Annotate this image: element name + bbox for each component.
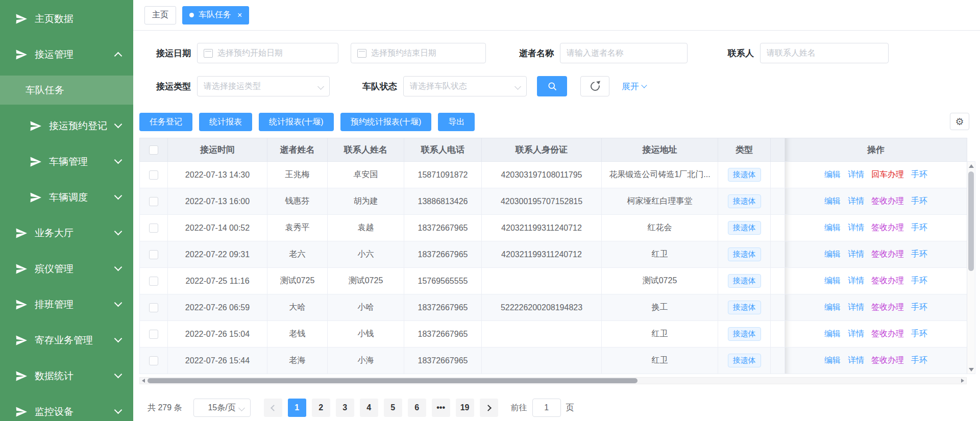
- vertical-scrollbar[interactable]: [967, 161, 975, 374]
- page-button[interactable]: 3: [336, 399, 354, 417]
- row-checkbox[interactable]: [149, 303, 158, 312]
- deceased-name-input[interactable]: [567, 48, 681, 58]
- tab-home-label: 主页: [152, 10, 168, 20]
- fleet-status-select[interactable]: 请选择车队状态: [403, 76, 527, 96]
- action-link-purple[interactable]: 签收办理: [871, 276, 904, 285]
- sidebar-item-active[interactable]: 车队任务: [0, 76, 133, 105]
- action-link-purple[interactable]: 签收办理: [871, 223, 904, 232]
- action-link-blue[interactable]: 编辑: [824, 329, 841, 338]
- action-link-blue[interactable]: 详情: [848, 250, 864, 258]
- deceased-name-field[interactable]: [560, 43, 688, 63]
- action-link-blue[interactable]: 详情: [848, 356, 864, 364]
- row-checkbox[interactable]: [149, 170, 158, 180]
- action-link-purple[interactable]: 签收办理: [871, 196, 904, 205]
- action-link-blue[interactable]: 手环: [911, 196, 927, 205]
- vertical-scrollbar-thumb[interactable]: [968, 171, 974, 271]
- action-link-red[interactable]: 回车办理: [871, 170, 904, 179]
- action-link-blue[interactable]: 手环: [911, 329, 927, 338]
- toolbar-button[interactable]: 任务登记: [139, 113, 192, 131]
- sidebar-item[interactable]: 车辆管理: [0, 147, 133, 176]
- action-link-blue[interactable]: 详情: [848, 223, 864, 232]
- cell-operation: 编辑详情签收办理手环: [785, 268, 967, 294]
- action-link-blue[interactable]: 详情: [848, 196, 864, 205]
- date-start-input[interactable]: [217, 48, 332, 58]
- page-ellipsis[interactable]: •••: [432, 399, 450, 417]
- sidebar-item[interactable]: 接运预约登记: [0, 111, 133, 140]
- action-link-blue[interactable]: 手环: [911, 276, 927, 285]
- page-button[interactable]: 19: [456, 399, 474, 417]
- action-link-blue[interactable]: 编辑: [824, 303, 841, 311]
- row-checkbox[interactable]: [149, 250, 158, 259]
- close-icon[interactable]: ×: [237, 11, 242, 19]
- action-link-blue[interactable]: 编辑: [824, 356, 841, 364]
- toolbar-button[interactable]: 导出: [438, 113, 475, 131]
- scroll-left-arrow-icon[interactable]: [140, 378, 147, 384]
- pickup-type-select[interactable]: 请选择接运类型: [197, 76, 330, 96]
- action-link-blue[interactable]: 手环: [911, 223, 927, 232]
- contact-input[interactable]: [767, 48, 882, 58]
- action-link-purple[interactable]: 签收办理: [871, 250, 904, 258]
- action-link-blue[interactable]: 详情: [848, 170, 864, 179]
- row-checkbox[interactable]: [149, 356, 158, 365]
- tab-home[interactable]: 主页: [144, 6, 176, 24]
- contact-field[interactable]: [760, 43, 889, 63]
- row-checkbox[interactable]: [149, 330, 158, 339]
- action-link-blue[interactable]: 详情: [848, 303, 864, 311]
- chevron-down-icon: [114, 120, 122, 129]
- horizontal-scrollbar[interactable]: [139, 377, 967, 384]
- action-link-blue[interactable]: 编辑: [824, 223, 841, 232]
- action-link-purple[interactable]: 签收办理: [871, 356, 904, 364]
- column-settings-button[interactable]: ⚙: [950, 113, 969, 130]
- goto-page-input[interactable]: [532, 399, 561, 417]
- page-button[interactable]: 5: [384, 399, 402, 417]
- page-button[interactable]: 4: [360, 399, 378, 417]
- date-end-input[interactable]: [371, 48, 479, 58]
- horizontal-scrollbar-thumb[interactable]: [148, 378, 638, 383]
- sidebar-item[interactable]: 接运管理: [0, 40, 133, 69]
- search-button[interactable]: [537, 76, 567, 96]
- action-link-blue[interactable]: 编辑: [824, 170, 841, 179]
- page-size-select[interactable]: 15条/页: [193, 399, 251, 417]
- scroll-up-arrow-icon[interactable]: [967, 162, 975, 170]
- row-checkbox-cell: [140, 215, 168, 241]
- action-link-purple[interactable]: 签收办理: [871, 329, 904, 338]
- next-page-button[interactable]: [480, 399, 498, 417]
- sidebar-item[interactable]: 殡仪管理: [0, 254, 133, 283]
- toolbar-button[interactable]: 统计报表(十堰): [259, 113, 334, 131]
- cell-address: 红卫: [602, 241, 718, 268]
- action-link-blue[interactable]: 手环: [911, 356, 927, 364]
- tab-fleet-task[interactable]: 车队任务 ×: [182, 6, 249, 24]
- action-link-blue[interactable]: 编辑: [824, 250, 841, 258]
- sidebar-item[interactable]: 车辆调度: [0, 183, 133, 212]
- page-button[interactable]: 2: [312, 399, 330, 417]
- action-link-purple[interactable]: 签收办理: [871, 303, 904, 311]
- refresh-button[interactable]: [580, 76, 609, 96]
- action-link-blue[interactable]: 编辑: [824, 276, 841, 285]
- sidebar-item[interactable]: 排班管理: [0, 290, 133, 319]
- date-start-picker[interactable]: [197, 43, 338, 63]
- sidebar-item[interactable]: 业务大厅: [0, 218, 133, 247]
- sidebar-item[interactable]: 数据统计: [0, 361, 133, 390]
- expand-toggle[interactable]: 展开: [622, 81, 646, 92]
- row-checkbox[interactable]: [149, 277, 158, 286]
- scroll-down-arrow-icon[interactable]: [967, 365, 975, 374]
- action-link-blue[interactable]: 编辑: [824, 196, 841, 205]
- action-link-blue[interactable]: 详情: [848, 329, 864, 338]
- action-link-blue[interactable]: 手环: [911, 170, 927, 179]
- toolbar-button[interactable]: 统计报表: [199, 113, 252, 131]
- sidebar-item[interactable]: 主页数据: [0, 4, 133, 33]
- sidebar-item[interactable]: 寄存业务管理: [0, 326, 133, 355]
- prev-page-button[interactable]: [264, 399, 282, 417]
- page-button[interactable]: 6: [408, 399, 426, 417]
- action-link-blue[interactable]: 手环: [911, 303, 927, 311]
- scroll-right-arrow-icon[interactable]: [959, 378, 966, 384]
- row-checkbox[interactable]: [149, 197, 158, 206]
- page-button[interactable]: 1: [288, 399, 306, 417]
- action-link-blue[interactable]: 手环: [911, 250, 927, 258]
- row-checkbox[interactable]: [149, 224, 158, 233]
- sidebar-item[interactable]: 监控设备: [0, 397, 133, 421]
- select-all-checkbox[interactable]: [149, 145, 158, 155]
- toolbar-button[interactable]: 预约统计报表(十堰): [340, 113, 432, 131]
- date-end-picker[interactable]: [351, 43, 486, 63]
- action-link-blue[interactable]: 详情: [848, 276, 864, 285]
